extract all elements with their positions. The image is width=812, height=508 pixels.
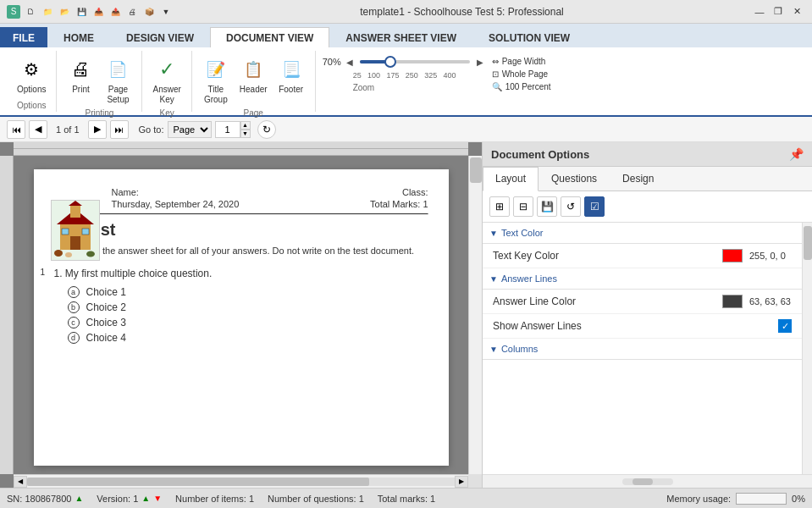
restore-button[interactable]: ❐	[770, 3, 787, 20]
panel-icon-2[interactable]: ⊟	[513, 196, 533, 217]
goto-spin-down[interactable]: ▼	[240, 130, 251, 138]
goto-select[interactable]: Page	[168, 121, 212, 138]
scroll-right-button[interactable]: ▶	[455, 476, 468, 488]
save-icon[interactable]: 💾	[75, 5, 88, 19]
horizontal-scrollbar[interactable]: ◀ ▶	[14, 474, 468, 488]
h-scroll-thumb[interactable]	[27, 478, 369, 486]
options-button[interactable]: ⚙ Options	[14, 54, 49, 97]
zoom-increase-arrow[interactable]: ▶	[475, 58, 485, 67]
tab-design[interactable]: Design	[610, 167, 666, 190]
columns-title: Columns	[501, 344, 538, 354]
answer-line-color-label: Answer Line Color	[493, 295, 715, 307]
ribbon-group-zoom: 70% ◀ ▶ 25 100 175 250 325 400 Zoom	[316, 51, 561, 112]
tab-solution-view[interactable]: SOLUTION VIEW	[472, 27, 586, 47]
panel-scrollbar[interactable]	[802, 223, 812, 474]
print-button[interactable]: 🖨 Print	[64, 54, 97, 97]
version-arrow-down[interactable]: ▼	[153, 494, 162, 503]
answer-line-color-swatch[interactable]	[722, 295, 743, 308]
question-indicator: 1	[41, 268, 46, 277]
print-quick-icon[interactable]: 🖨	[125, 5, 139, 19]
tab-design-view[interactable]: DESIGN VIEW	[110, 27, 210, 47]
open-icon[interactable]: 📁	[41, 5, 54, 19]
key-group-label: Key	[160, 107, 174, 119]
tab-home[interactable]: HOME	[47, 27, 110, 47]
minimize-button[interactable]: —	[751, 3, 768, 20]
footer-button[interactable]: 📃 Footer	[274, 54, 308, 97]
choice-text-c: Choice 3	[86, 317, 126, 329]
answer-key-button[interactable]: ✓ AnswerKey	[149, 54, 184, 107]
document-logo	[51, 200, 100, 261]
navigation-bar: ⏮ ◀ 1 of 1 ▶ ⏭ Go to: Page ▲ ▼ ↻	[0, 117, 812, 142]
header-button[interactable]: 📋 Header	[236, 54, 271, 97]
show-answer-lines-label: Show Answer Lines	[493, 320, 771, 332]
zoom-mark-325: 325	[424, 71, 437, 80]
question-content: My first multiple choice question.	[65, 268, 212, 279]
panel-icon-1[interactable]: ⊞	[489, 196, 510, 217]
save2-icon[interactable]: 📥	[91, 5, 105, 19]
panel-hscroll-thumb[interactable]	[632, 478, 653, 485]
whole-page-label: Whole Page	[502, 69, 548, 79]
tab-document-view[interactable]: DOCUMENT VIEW	[210, 27, 329, 47]
tab-layout[interactable]: Layout	[483, 167, 539, 191]
zoom-decrease-arrow[interactable]: ◀	[345, 58, 355, 67]
panel-hscroll[interactable]	[483, 474, 812, 488]
vertical-scrollbar-thumb[interactable]	[470, 157, 482, 183]
panel-icon-3[interactable]: 💾	[537, 196, 557, 217]
panel-icon-4[interactable]: ↺	[561, 196, 581, 217]
main-area: Name: Class: Thursday, September 24, 202…	[0, 142, 812, 488]
tab-file[interactable]: FILE	[0, 27, 47, 47]
options-label: Options	[17, 85, 46, 95]
answer-lines-header[interactable]: ▼ Answer Lines	[483, 268, 802, 290]
customize-icon[interactable]: ▼	[159, 5, 173, 19]
show-answer-lines-checkbox[interactable]: ✓	[778, 319, 792, 333]
refresh-button[interactable]: ↻	[257, 120, 276, 139]
import-icon[interactable]: 📤	[108, 5, 122, 19]
prev-page-button[interactable]: ◀	[29, 120, 47, 139]
new-icon[interactable]: 🗋	[24, 5, 37, 19]
hundred-percent-icon: 🔍	[492, 82, 502, 91]
page-setup-button[interactable]: 📄 PageSetup	[101, 54, 135, 107]
sn-arrow-up[interactable]: ▲	[75, 494, 83, 503]
text-color-header[interactable]: ▼ Text Color	[483, 223, 802, 244]
goto-spin-up[interactable]: ▲	[240, 121, 251, 130]
whole-page-button[interactable]: ⊡ Whole Page	[489, 69, 555, 80]
page-width-button[interactable]: ⇔ Page Width	[489, 56, 555, 67]
close-button[interactable]: ✕	[788, 3, 805, 20]
choice-circle-c: c	[68, 317, 80, 329]
tab-questions[interactable]: Questions	[539, 167, 610, 190]
choice-circle-b: b	[68, 301, 80, 313]
next-page-button[interactable]: ▶	[88, 120, 107, 139]
last-page-button[interactable]: ⏭	[110, 120, 129, 139]
title-group-label: TitleGroup	[204, 85, 228, 105]
zoom-thumb[interactable]	[384, 56, 396, 68]
goto-input[interactable]	[215, 121, 240, 138]
text-key-color-swatch[interactable]	[722, 249, 743, 262]
page-info: 1 of 1	[51, 124, 85, 135]
ribbon-group-page: 📝 TitleGroup 📋 Header 📃 Footer Page	[192, 51, 316, 112]
page-group-label: Page	[244, 107, 263, 119]
quick-access-toolbar: 🗋 📁 📂 💾 📥 📤 🖨 📦 ▼	[24, 5, 173, 19]
version-value: Version: 1	[97, 494, 138, 504]
text-color-chevron: ▼	[489, 229, 498, 238]
zoom-percent: 70%	[323, 57, 341, 67]
zoom-mark-25: 25	[353, 71, 362, 80]
choice-text-a: Choice 1	[86, 286, 126, 298]
scroll-left-button[interactable]: ◀	[14, 476, 27, 488]
vertical-scrollbar[interactable]	[468, 156, 482, 474]
zoom-mark-400: 400	[444, 71, 456, 80]
ribbon-group-key: ✓ AnswerKey Key	[142, 51, 191, 112]
version-arrow-up[interactable]: ▲	[141, 494, 150, 503]
browse-icon[interactable]: 📂	[58, 5, 71, 19]
columns-header[interactable]: ▼ Columns	[483, 339, 802, 360]
folder-icon[interactable]: 📦	[142, 5, 156, 19]
side-panel: Document Options 📌 Layout Questions Desi…	[482, 142, 812, 488]
goto-spinner: ▲ ▼	[240, 121, 251, 138]
first-page-button[interactable]: ⏮	[7, 120, 25, 139]
options-icon: ⚙	[18, 56, 45, 83]
panel-scrollbar-thumb[interactable]	[804, 226, 812, 260]
pin-button[interactable]: 📌	[789, 147, 804, 161]
panel-icon-5[interactable]: ☑	[584, 196, 605, 217]
tab-answer-sheet-view[interactable]: ANSWER SHEET VIEW	[329, 27, 472, 47]
hundred-percent-button[interactable]: 🔍 100 Percent	[489, 81, 555, 92]
title-group-button[interactable]: 📝 TitleGroup	[199, 54, 233, 107]
